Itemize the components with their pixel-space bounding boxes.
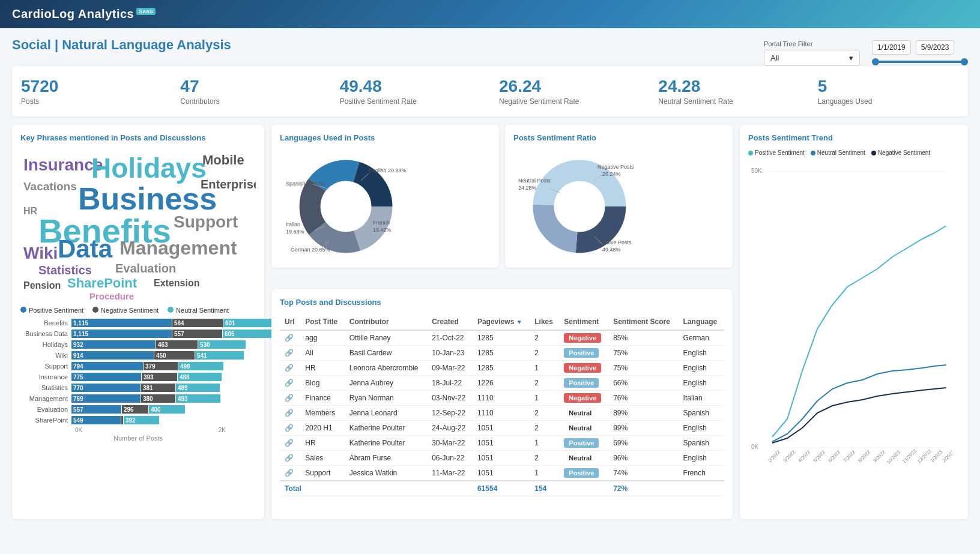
date-start[interactable]: 1/1/2019 bbox=[872, 40, 911, 55]
row-likes: 1 bbox=[530, 391, 559, 406]
row-contributor: Jenna Aubrey bbox=[345, 376, 427, 391]
row-pageviews: 1110 bbox=[473, 391, 530, 406]
svg-text:Negative Posts: Negative Posts bbox=[597, 164, 634, 170]
row-url[interactable]: 🔗 bbox=[280, 391, 300, 406]
slider-thumb-right[interactable] bbox=[961, 58, 968, 65]
total-score: 72% bbox=[608, 481, 678, 496]
row-score: 69% bbox=[608, 436, 678, 451]
total-pageviews: 61554 bbox=[473, 481, 530, 496]
row-language: English bbox=[679, 346, 724, 361]
kpi-contributors-value: 47 bbox=[180, 77, 321, 96]
trend-legend: Positive Sentiment Neutral Sentiment Neg… bbox=[748, 149, 960, 156]
row-url[interactable]: 🔗 bbox=[280, 346, 300, 361]
page-title: Social | Natural Language Analysis bbox=[12, 37, 231, 53]
svg-text:4/2022: 4/2022 bbox=[797, 449, 812, 463]
svg-text:Extension: Extension bbox=[154, 278, 199, 288]
row-created: 24-Aug-22 bbox=[427, 421, 473, 436]
col-created: Created bbox=[427, 314, 473, 330]
slider-thumb-left[interactable] bbox=[872, 58, 879, 65]
row-url[interactable]: 🔗 bbox=[280, 361, 300, 376]
row-title: 2020 H1 bbox=[300, 421, 344, 436]
row-pageviews: 1285 bbox=[473, 361, 530, 376]
bar-chart-x-label: Number of Posts bbox=[20, 435, 256, 442]
row-contributor: Katherine Poulter bbox=[345, 421, 427, 436]
svg-point-39 bbox=[554, 181, 605, 232]
row-score: 66% bbox=[608, 376, 678, 391]
row-language: English bbox=[679, 376, 724, 391]
col-pageviews[interactable]: Pageviews ▼ bbox=[473, 314, 530, 330]
svg-text:Neutral Posts: Neutral Posts bbox=[518, 178, 551, 184]
row-title: Blog bbox=[300, 376, 344, 391]
kpi-row: 5720 Posts 47 Contributors 49.48 Positiv… bbox=[12, 66, 968, 116]
logo: CardioLog AnalyticsSaaS bbox=[12, 7, 156, 21]
row-pageviews: 1051 bbox=[473, 451, 530, 466]
row-sentiment: Negative bbox=[559, 361, 608, 376]
date-end[interactable]: 5/9/2023 bbox=[916, 40, 955, 55]
table-row: 🔗 All Basil Cardew 10-Jan-23 1285 2 Posi… bbox=[280, 346, 724, 361]
svg-text:HR: HR bbox=[23, 206, 38, 216]
row-pageviews: 1051 bbox=[473, 466, 530, 481]
svg-text:0K: 0K bbox=[751, 444, 759, 450]
row-created: 03-Nov-22 bbox=[427, 391, 473, 406]
svg-text:7/2022: 7/2022 bbox=[842, 449, 857, 463]
row-created: 09-Mar-22 bbox=[427, 361, 473, 376]
svg-text:6/2022: 6/2022 bbox=[827, 449, 842, 463]
row-likes: 1 bbox=[530, 466, 559, 481]
table-row: 🔗 Support Jessica Watkin 11-Mar-22 1051 … bbox=[280, 466, 724, 481]
total-label: Total bbox=[280, 481, 473, 496]
row-score: 75% bbox=[608, 346, 678, 361]
bar-chart: Benefits 1,115 564 601 Business Data 1,1… bbox=[20, 319, 256, 442]
svg-text:11/2022: 11/2022 bbox=[901, 448, 918, 464]
languages-chart-title: Languages Used in Posts bbox=[280, 133, 491, 142]
row-pageviews: 1051 bbox=[473, 436, 530, 451]
row-contributor: Ryan Norman bbox=[345, 391, 427, 406]
date-slider[interactable] bbox=[872, 58, 968, 65]
svg-text:Holidays: Holidays bbox=[91, 152, 207, 184]
row-sentiment: Neutral bbox=[559, 451, 608, 466]
svg-text:24.28%: 24.28% bbox=[518, 185, 537, 191]
languages-donut: Spanish 19.32% English 20.98% Italian 19… bbox=[280, 149, 412, 257]
row-sentiment: Positive bbox=[559, 376, 608, 391]
row-title: HR bbox=[300, 436, 344, 451]
total-language bbox=[679, 481, 724, 496]
row-language: German bbox=[679, 330, 724, 346]
svg-text:3/2022: 3/2022 bbox=[782, 449, 797, 463]
row-url[interactable]: 🔗 bbox=[280, 451, 300, 466]
table-row: 🔗 Finance Ryan Norman 03-Nov-22 1110 1 N… bbox=[280, 391, 724, 406]
row-title: agg bbox=[300, 330, 344, 346]
row-created: 06-Jun-22 bbox=[427, 451, 473, 466]
row-url[interactable]: 🔗 bbox=[280, 421, 300, 436]
top-posts-title: Top Posts and Discussions bbox=[280, 298, 724, 307]
row-url[interactable]: 🔗 bbox=[280, 466, 300, 481]
row-sentiment: Negative bbox=[559, 330, 608, 346]
svg-text:49.48%: 49.48% bbox=[602, 247, 621, 253]
kpi-neutral-rate-label: Neutral Sentiment Rate bbox=[658, 97, 799, 106]
trend-svg: 50K 0K 2/2022 3/2022 4/2022 5/2022 bbox=[748, 161, 952, 509]
table-row: 🔗 agg Ottilie Raney 21-Oct-22 1285 2 Neg… bbox=[280, 330, 724, 346]
table-row: 🔗 HR Leonora Abercrombie 09-Mar-22 1285 … bbox=[280, 361, 724, 376]
row-url[interactable]: 🔗 bbox=[280, 376, 300, 391]
row-created: 18-Jul-22 bbox=[427, 376, 473, 391]
portal-tree-dropdown[interactable]: All ▾ bbox=[764, 50, 860, 66]
kpi-posts-label: Posts bbox=[21, 97, 162, 106]
row-url[interactable]: 🔗 bbox=[280, 406, 300, 421]
row-language: Italian bbox=[679, 391, 724, 406]
row-title: Sales bbox=[300, 451, 344, 466]
kpi-positive-rate: 49.48 Positive Sentiment Rate bbox=[331, 71, 490, 112]
svg-text:Italian: Italian bbox=[286, 221, 300, 227]
kpi-languages: 5 Languages Used bbox=[809, 71, 968, 112]
table-row: 🔗 Blog Jenna Aubrey 18-Jul-22 1226 2 Pos… bbox=[280, 376, 724, 391]
svg-text:Positive Posts: Positive Posts bbox=[597, 239, 632, 245]
row-url[interactable]: 🔗 bbox=[280, 436, 300, 451]
svg-text:Wiki: Wiki bbox=[23, 244, 58, 262]
row-contributor: Leonora Abercrombie bbox=[345, 361, 427, 376]
col-url: Url bbox=[280, 314, 300, 330]
trend-panel: Posts Sentiment Trend Positive Sentiment… bbox=[740, 125, 968, 519]
top-posts-panel: Top Posts and Discussions Url Post Title… bbox=[271, 289, 733, 519]
kpi-contributors: 47 Contributors bbox=[171, 71, 330, 112]
col-language: Language bbox=[679, 314, 724, 330]
row-url[interactable]: 🔗 bbox=[280, 330, 300, 346]
svg-text:Enterprise: Enterprise bbox=[201, 178, 256, 191]
row-sentiment: Positive bbox=[559, 466, 608, 481]
svg-text:10/2022: 10/2022 bbox=[886, 449, 902, 465]
